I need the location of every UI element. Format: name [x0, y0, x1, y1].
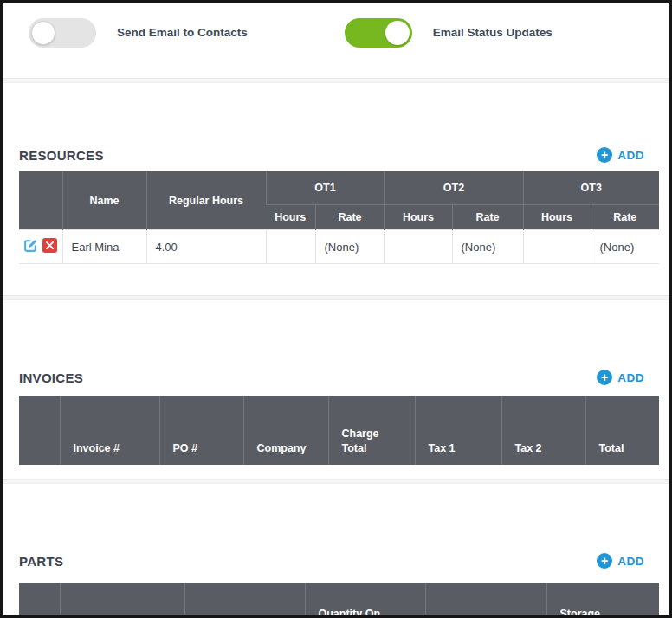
parts-add-button[interactable]: + ADD: [597, 553, 644, 569]
plus-circle-icon: +: [597, 370, 612, 385]
ot2-hours-column-header: Hours: [384, 205, 452, 230]
storage-location-column-header: Storage Location: [546, 583, 659, 618]
email-toggles-row: Send Email to Contacts Email Status Upda…: [3, 3, 669, 78]
send-email-to-contacts-label: Send Email to Contacts: [117, 18, 248, 48]
ot3-hours-column-header: Hours: [523, 205, 591, 230]
resource-ot3-rate-cell: (None): [591, 230, 659, 264]
name-column-header: Name: [62, 171, 146, 230]
po-number-column-header: PO #: [159, 396, 243, 465]
plus-circle-icon: +: [597, 553, 612, 569]
resources-title: RESOURCES: [19, 148, 104, 163]
row-actions-column-header: [19, 583, 60, 618]
ot2-group-header: OT2: [384, 171, 523, 205]
row-actions-cell: [19, 230, 62, 264]
plus-circle-icon: +: [597, 147, 612, 163]
part-column-header: Part: [60, 583, 184, 618]
quantity-on-hand-column-header: Quantity On Hand: [305, 583, 425, 618]
part-number-column-header: Part Number: [184, 583, 305, 618]
company-column-header: Company: [243, 396, 328, 465]
parts-table: Part Part Number Quantity On Hand Quanti…: [19, 583, 659, 618]
ot1-group-header: OT1: [266, 171, 384, 205]
resources-add-button[interactable]: + ADD: [597, 147, 644, 163]
ot3-group-header: OT3: [523, 171, 659, 205]
invoice-number-column-header: Invoice #: [60, 396, 159, 465]
add-button-label: ADD: [617, 371, 644, 384]
toggle-knob: [31, 21, 55, 45]
resource-ot2-rate-cell: (None): [452, 230, 523, 264]
quantity-used-column-header: Quantity Used: [425, 583, 546, 618]
ot1-rate-column-header: Rate: [315, 205, 384, 230]
edit-pencil-icon[interactable]: [23, 238, 38, 253]
send-email-to-contacts-toggle[interactable]: [29, 18, 96, 48]
email-status-updates-label: Email Status Updates: [433, 18, 552, 48]
total-column-header: Total: [585, 396, 659, 465]
resource-regular-hours-cell: 4.00: [146, 230, 266, 264]
resource-ot1-rate-cell: (None): [315, 230, 384, 264]
resource-ot1-hours-cell: [266, 230, 315, 264]
regular-hours-column-header: Regular Hours: [146, 171, 266, 230]
tax1-column-header: Tax 1: [415, 396, 501, 465]
row-actions-column-header: [19, 171, 62, 230]
resource-name-cell: Earl Mina: [62, 230, 146, 264]
parts-section: PARTS + ADD Part Part Number Quantity On…: [3, 484, 669, 618]
ot1-hours-column-header: Hours: [266, 205, 315, 230]
resources-table: Name Regular Hours OT1 OT2 OT3 Hours Rat…: [19, 171, 659, 264]
resource-ot2-hours-cell: [384, 230, 452, 264]
invoices-section: INVOICES + ADD Invoice # PO # Company Ch…: [3, 300, 669, 479]
charge-total-column-header: Charge Total: [328, 396, 415, 465]
ot3-rate-column-header: Rate: [591, 205, 659, 230]
row-actions-column-header: [19, 396, 60, 465]
resources-section: RESOURCES + ADD Name Regular Hours OT1 O…: [3, 83, 669, 295]
add-button-label: ADD: [617, 555, 644, 568]
resource-ot3-hours-cell: [523, 230, 591, 264]
parts-title: PARTS: [19, 554, 63, 569]
invoices-title: INVOICES: [19, 370, 83, 385]
delete-x-icon[interactable]: [42, 238, 57, 253]
resource-table-row: Earl Mina 4.00 (None) (None) (None): [19, 230, 659, 264]
tax2-column-header: Tax 2: [501, 396, 585, 465]
toggle-knob: [385, 21, 410, 45]
invoices-table: Invoice # PO # Company Charge Total Tax …: [19, 396, 659, 465]
email-status-updates-toggle[interactable]: [345, 18, 412, 48]
add-button-label: ADD: [617, 149, 644, 162]
invoices-add-button[interactable]: + ADD: [597, 370, 644, 385]
ot2-rate-column-header: Rate: [452, 205, 523, 230]
